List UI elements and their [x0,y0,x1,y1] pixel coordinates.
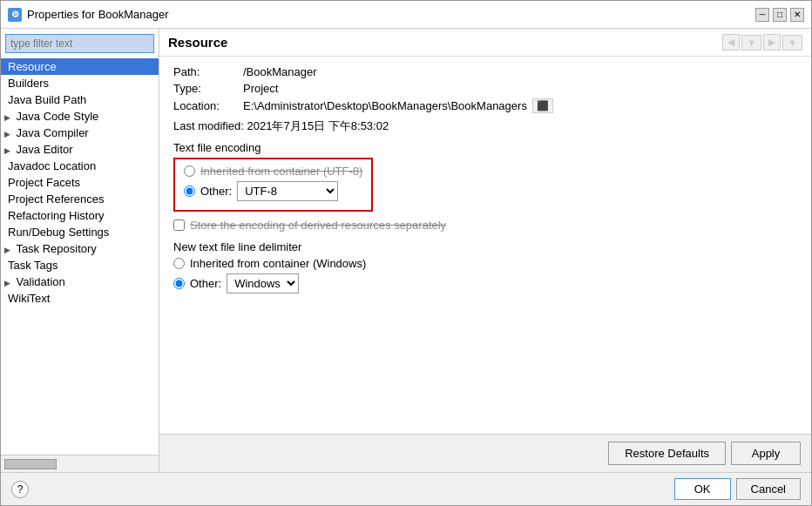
store-encoding-checkbox[interactable] [173,219,185,231]
filter-input[interactable] [5,34,154,53]
path-row: Path: /BookManager [173,65,797,78]
cancel-button[interactable]: Cancel [736,478,801,500]
type-label: Type: [173,82,243,95]
encoding-other-label: Other: [200,185,232,198]
store-encoding-label: Store the encoding of derived resources … [190,219,446,232]
help-button[interactable]: ? [11,481,29,498]
body: Resource Builders Java Build Path ▶ Java… [1,29,811,472]
restore-defaults-button[interactable]: Restore Defaults [608,442,726,465]
sidebar-item-java-compiler[interactable]: ▶ Java Compiler [1,125,159,141]
encoding-inherited-text: Inherited from container (UTF-8) [200,165,362,178]
dialog: ⚙ Properties for BookManager ─ □ ✕ Resou… [0,0,812,506]
nav-back-dropdown[interactable]: ▼ [741,35,761,51]
location-row: Location: E:\Administrator\Desktop\BookM… [173,98,797,113]
sidebar-item-javadoc-location[interactable]: Javadoc Location [1,158,159,174]
sidebar-item-project-facets[interactable]: Project Facets [1,174,159,191]
nav-forward-dropdown[interactable]: ▼ [782,35,802,51]
sidebar: Resource Builders Java Build Path ▶ Java… [1,29,159,472]
location-label: Location: [173,99,243,112]
bottom-buttons: Restore Defaults Apply [159,434,811,472]
sidebar-tree: Resource Builders Java Build Path ▶ Java… [1,58,159,455]
sidebar-item-java-code-style[interactable]: ▶ Java Code Style [1,108,159,125]
line-other-label: Other: [190,277,221,290]
nav-forward-button[interactable]: ▶ [763,34,781,51]
line-delimiter-section-label: New text file line delimiter [173,240,797,253]
line-inherited-radio[interactable] [173,258,185,269]
store-encoding-text: Store the encoding of derived resources … [190,219,446,232]
store-encoding-row: Store the encoding of derived resources … [173,219,797,232]
line-other-row: Other: Windows Unix Mac [173,273,797,293]
sidebar-item-refactoring-history[interactable]: Refactoring History [1,207,159,224]
encoding-select[interactable]: UTF-8 UTF-16 ISO-8859-1 US-ASCII Windows… [237,181,338,201]
location-value-area: E:\Administrator\Desktop\BookManagers\Bo… [243,98,553,113]
sidebar-horizontal-scrollbar[interactable] [1,455,159,472]
footer: ? OK Cancel [1,472,811,505]
last-modified-row: Last modified: 2021年7月15日 下午8:53:02 [173,118,797,134]
sidebar-item-builders[interactable]: Builders [1,75,159,91]
encoding-inherited-row: Inherited from container (UTF-8) [184,165,362,178]
encoding-other-row: Other: UTF-8 UTF-16 ISO-8859-1 US-ASCII … [184,181,362,201]
content-area: Path: /BookManager Type: Project Locatio… [159,57,811,434]
minimize-button[interactable]: ─ [755,8,769,22]
path-label: Path: [173,65,243,78]
nav-back-button[interactable]: ◀ [722,34,740,51]
title-bar-left: ⚙ Properties for BookManager [8,8,169,22]
encoding-inherited-radio[interactable] [184,165,195,177]
line-inherited-label: Inherited from container (Windows) [190,257,366,270]
ok-button[interactable]: OK [674,478,731,500]
sidebar-item-task-tags[interactable]: Task Tags [1,257,159,273]
encoding-other-radio[interactable] [184,186,195,197]
path-value: /BookManager [243,65,317,78]
location-value: E:\Administrator\Desktop\BookManagers\Bo… [243,99,527,112]
sidebar-item-run-debug-settings[interactable]: Run/Debug Settings [1,224,159,240]
close-button[interactable]: ✕ [790,8,804,22]
line-inherited-row: Inherited from container (Windows) [173,257,797,270]
title-controls: ─ □ ✕ [755,8,804,22]
sidebar-item-java-editor[interactable]: ▶ Java Editor [1,141,159,158]
nav-arrows: ◀ ▼ ▶ ▼ [722,34,802,51]
last-modified-label: Last modified: [173,119,244,132]
encoding-inherited-label: Inherited from container (UTF-8) [200,165,362,178]
encoding-section-label: Text file encoding [173,141,797,154]
sidebar-item-validation[interactable]: ▶ Validation [1,273,159,290]
scroll-thumb[interactable] [4,459,57,469]
sidebar-item-project-references[interactable]: Project References [1,191,159,207]
maximize-button[interactable]: □ [773,8,787,22]
dialog-icon: ⚙ [8,8,22,22]
apply-button[interactable]: Apply [731,442,801,465]
main-content: Resource ◀ ▼ ▶ ▼ Path: /BookManager Type… [159,29,811,472]
sidebar-item-resource[interactable]: Resource [1,58,159,75]
dialog-title: Properties for BookManager [27,8,169,21]
sidebar-item-wikitext[interactable]: WikiText [1,290,159,307]
main-header: Resource ◀ ▼ ▶ ▼ [159,29,811,57]
sidebar-item-java-build-path[interactable]: Java Build Path [1,91,159,108]
title-bar: ⚙ Properties for BookManager ─ □ ✕ [1,1,811,29]
type-row: Type: Project [173,82,797,95]
line-delimiter-select[interactable]: Windows Unix Mac [227,273,299,293]
encoding-highlight-box: Inherited from container (UTF-8) Other: … [173,158,373,212]
footer-buttons: OK Cancel [674,478,801,500]
location-browse-button[interactable]: ⬛ [532,98,553,113]
last-modified-value: 2021年7月15日 下午8:53:02 [247,119,389,132]
type-value: Project [243,82,278,95]
line-other-radio[interactable] [173,278,185,289]
main-section-title: Resource [168,35,227,50]
sidebar-item-task-repository[interactable]: ▶ Task Repository [1,240,159,257]
